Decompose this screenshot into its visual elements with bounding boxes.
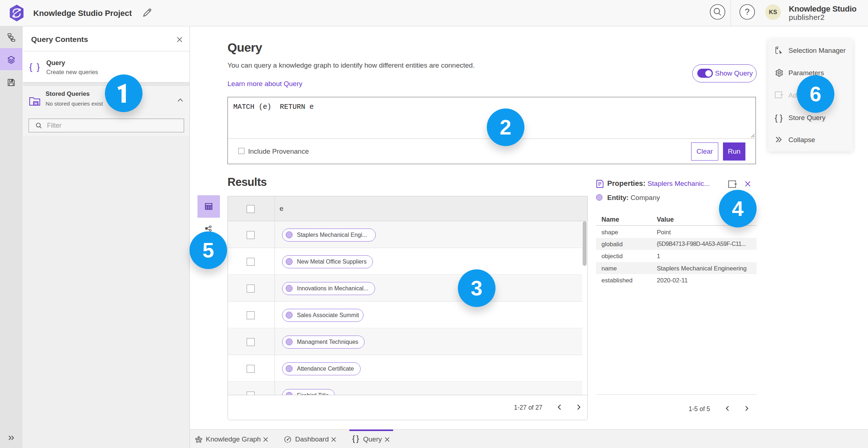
svg-text:?: ? <box>745 7 749 17</box>
